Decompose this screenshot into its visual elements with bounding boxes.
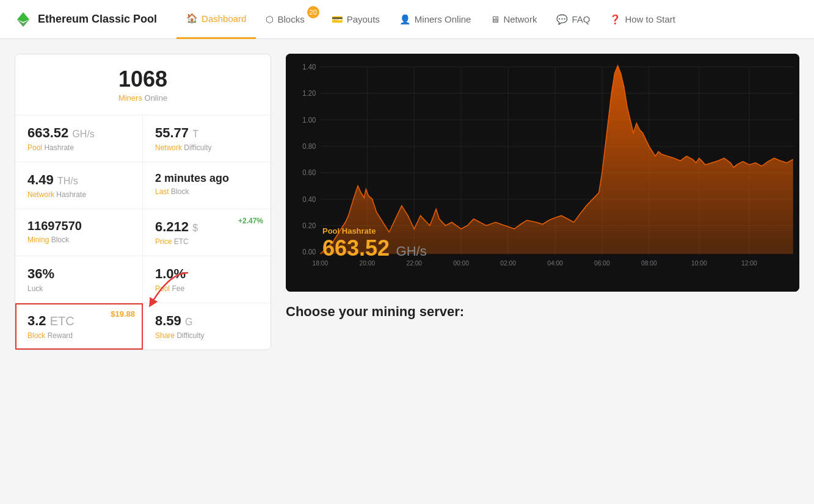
svg-text:0.40: 0.40 xyxy=(302,195,316,203)
nav-how-to-start[interactable]: ❓ How to Start xyxy=(600,0,685,39)
choose-server-heading: Choose your mining server: xyxy=(286,304,799,320)
mining-block-label: Mining Block xyxy=(27,236,130,244)
mining-block-cell: 11697570 Mining Block xyxy=(15,209,143,256)
svg-text:1.00: 1.00 xyxy=(302,115,316,123)
mining-block-value: 11697570 xyxy=(27,219,130,233)
nav-network[interactable]: 🖥 Network xyxy=(481,0,547,39)
stats-panel: 1068 Miners Online 663.52 GH/s Pool Hash… xyxy=(15,54,271,350)
chart-hashrate-unit: GH/s xyxy=(396,243,427,259)
network-icon: 🖥 xyxy=(490,14,500,24)
chart-overlay-label: Pool Hashrate xyxy=(322,226,427,236)
payouts-icon: 💳 xyxy=(332,14,343,25)
main-header: Ethereum Classic Pool 🏠 Dashboard ⬡ Bloc… xyxy=(0,0,814,39)
nav-faq[interactable]: 💬 FAQ xyxy=(547,0,600,39)
miners-online-label: Miners Online xyxy=(30,93,256,103)
last-block-value: 2 minutes ago xyxy=(155,172,258,185)
luck-value: 36% xyxy=(27,266,130,282)
svg-text:10:00: 10:00 xyxy=(691,259,707,266)
price-badge: +2.47% xyxy=(238,217,263,225)
share-difficulty-value: 8.59 G xyxy=(155,313,258,329)
network-hashrate-label: Network Hashrate xyxy=(27,190,130,199)
nav-blocks[interactable]: ⬡ Blocks 20 xyxy=(256,0,321,39)
network-hashrate-value: 4.49 TH/s xyxy=(27,172,130,188)
faq-icon: 💬 xyxy=(556,14,568,25)
svg-text:02:00: 02:00 xyxy=(500,259,516,266)
main-content: 1068 Miners Online 663.52 GH/s Pool Hash… xyxy=(0,39,814,365)
luck-cell: 36% Luck xyxy=(15,256,143,303)
price-cell: +2.47% 6.212 $ Price ETC xyxy=(143,209,271,256)
pool-hashrate-label: Pool Hashrate xyxy=(27,143,130,152)
hashrate-chart: 1.40 1.20 1.00 0.80 0.60 0.40 0.20 0.00 … xyxy=(286,54,799,292)
svg-text:0.20: 0.20 xyxy=(302,221,316,229)
share-difficulty-cell: 8.59 G Share Difficulty xyxy=(143,303,271,350)
block-reward-cell: $19.88 3.2 ETC Block Reward xyxy=(15,303,143,350)
svg-text:06:00: 06:00 xyxy=(594,259,610,266)
luck-label: Luck xyxy=(27,284,130,293)
svg-marker-0 xyxy=(17,12,29,22)
miners-online-stat: 1068 Miners Online xyxy=(15,54,271,115)
network-difficulty-value: 55.77 T xyxy=(155,125,258,141)
miners-icon: 👤 xyxy=(399,14,411,25)
network-hashrate-cell: 4.49 TH/s Network Hashrate xyxy=(15,162,143,209)
block-reward-usd: $19.88 xyxy=(111,309,135,319)
price-label: Price ETC xyxy=(155,237,258,246)
miners-online-value: 1068 xyxy=(30,67,256,92)
share-difficulty-label: Share Difficulty xyxy=(155,331,258,340)
how-to-start-icon: ❓ xyxy=(609,14,621,25)
main-nav: 🏠 Dashboard ⬡ Blocks 20 💳 Payouts 👤 Mine… xyxy=(176,0,799,39)
chart-overlay: Pool Hashrate 663.52 GH/s xyxy=(322,226,427,261)
last-block-cell: 2 minutes ago Last Block xyxy=(143,162,271,209)
blocks-badge: 20 xyxy=(307,6,319,18)
nav-payouts[interactable]: 💳 Payouts xyxy=(322,0,390,39)
network-difficulty-label: Network Difficulty xyxy=(155,143,258,152)
svg-text:1.40: 1.40 xyxy=(302,63,316,71)
chart-overlay-value-line: 663.52 GH/s xyxy=(322,236,427,261)
logo: Ethereum Classic Pool xyxy=(15,11,157,28)
blocks-icon: ⬡ xyxy=(266,14,274,25)
svg-text:0.60: 0.60 xyxy=(302,168,316,176)
last-block-label: Last Block xyxy=(155,187,258,196)
pool-hashrate-value: 663.52 GH/s xyxy=(27,125,130,141)
chart-hashrate-value: 663.52 xyxy=(322,236,390,261)
svg-text:00:00: 00:00 xyxy=(453,259,469,266)
svg-text:0.80: 0.80 xyxy=(302,142,316,150)
svg-text:1.20: 1.20 xyxy=(302,89,316,97)
block-reward-label: Block Reward xyxy=(27,331,130,340)
pool-hashrate-cell: 663.52 GH/s Pool Hashrate xyxy=(15,115,143,162)
svg-text:04:00: 04:00 xyxy=(547,259,563,266)
stats-grid: 663.52 GH/s Pool Hashrate 55.77 T Networ… xyxy=(15,115,271,350)
nav-miners-online[interactable]: 👤 Miners Online xyxy=(390,0,481,39)
svg-text:12:00: 12:00 xyxy=(741,259,757,266)
network-difficulty-cell: 55.77 T Network Difficulty xyxy=(143,115,271,162)
svg-text:0.00: 0.00 xyxy=(302,248,316,256)
ethereum-logo-icon xyxy=(15,11,32,28)
home-icon: 🏠 xyxy=(186,13,198,24)
svg-text:08:00: 08:00 xyxy=(641,259,657,266)
nav-dashboard[interactable]: 🏠 Dashboard xyxy=(176,0,256,39)
site-title: Ethereum Classic Pool xyxy=(38,13,157,26)
chart-area: 1.40 1.20 1.00 0.80 0.60 0.40 0.20 0.00 … xyxy=(286,54,799,320)
